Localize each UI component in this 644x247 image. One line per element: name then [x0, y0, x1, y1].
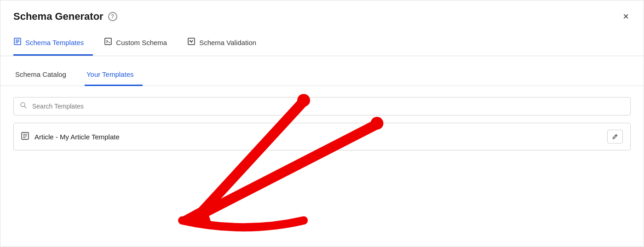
- help-icon[interactable]: ?: [108, 12, 117, 21]
- tab-custom-schema[interactable]: Custom Schema: [104, 31, 176, 56]
- edit-template-button[interactable]: [607, 130, 623, 144]
- modal-title-row: Schema Generator ?: [13, 11, 117, 23]
- template-item-icon: [21, 132, 29, 142]
- sub-tab-your-templates[interactable]: Your Templates: [85, 66, 143, 86]
- sub-tab-schema-catalog-label: Schema Catalog: [15, 70, 66, 78]
- tab-schema-validation[interactable]: Schema Validation: [187, 31, 265, 56]
- search-section: [0, 86, 644, 123]
- schema-templates-icon: [13, 37, 22, 48]
- tab-schema-validation-label: Schema Validation: [199, 39, 256, 46]
- close-button[interactable]: ×: [621, 10, 631, 23]
- template-list: Article - My Article Template: [0, 123, 644, 150]
- search-input[interactable]: [13, 97, 631, 115]
- modal-title: Schema Generator: [13, 11, 104, 23]
- tab-custom-schema-label: Custom Schema: [116, 39, 167, 46]
- template-item-label: Article - My Article Template: [34, 133, 602, 141]
- sub-tab-your-templates-label: Your Templates: [86, 70, 134, 78]
- modal-container: Schema Generator ? × Schema Templates: [0, 0, 644, 247]
- svg-rect-6: [188, 38, 195, 45]
- svg-marker-16: [182, 204, 212, 225]
- sub-tab-schema-catalog[interactable]: Schema Catalog: [13, 66, 75, 86]
- svg-line-8: [24, 106, 26, 108]
- modal-header: Schema Generator ? ×: [0, 0, 644, 31]
- search-icon: [20, 102, 27, 111]
- template-item: Article - My Article Template: [13, 123, 631, 150]
- schema-validation-icon: [187, 37, 196, 48]
- top-tabs: Schema Templates Custom Schema Schema Va…: [0, 31, 644, 56]
- search-input-wrapper: [13, 97, 631, 115]
- svg-line-13: [615, 135, 616, 136]
- sub-tabs: Schema Catalog Your Templates: [0, 56, 644, 86]
- custom-schema-icon: [104, 37, 112, 48]
- tab-schema-templates-label: Schema Templates: [25, 39, 84, 46]
- tab-schema-templates[interactable]: Schema Templates: [13, 31, 93, 56]
